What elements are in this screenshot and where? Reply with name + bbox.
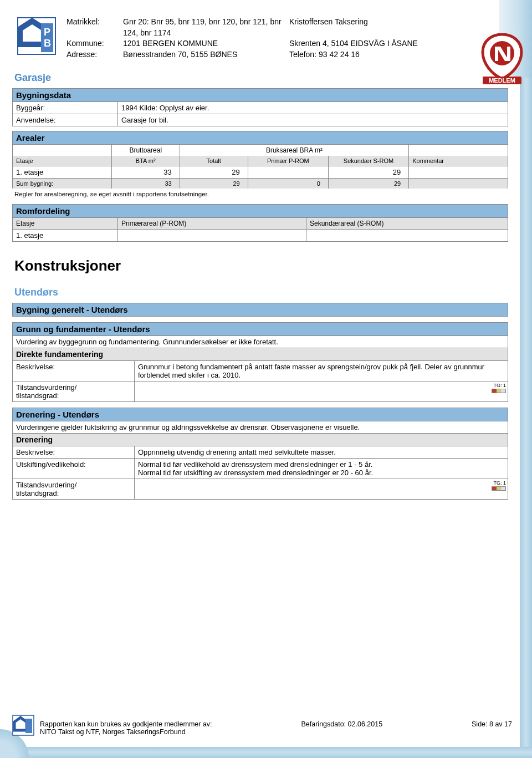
page-footer: Rapporten kan kun brukes av godkjente me… xyxy=(40,720,512,736)
grunn-tilstand-label: Tilstandsvurdering/ tilstandsgrad: xyxy=(13,381,135,402)
firm-addr: Skrenten 4, 5104 EIDSVÅG I ÅSANE xyxy=(289,38,444,49)
grunn-beskriv-label: Beskrivelse: xyxy=(13,361,135,381)
row-totalt: 29 xyxy=(180,166,248,179)
arealer-table: Arealer Bruttoareal Bruksareal BRA m² Et… xyxy=(12,131,508,189)
drenering-intro: Vurderingene gjelder fuktsikring av grun… xyxy=(13,421,508,434)
section-konstruksjoner-title: Konstruksjoner xyxy=(14,257,508,274)
kommune-label: Kommune: xyxy=(66,38,117,49)
bygning-generelt-table: Bygning generelt - Utendørs xyxy=(12,303,508,317)
col-bta: BTA m² xyxy=(111,156,180,166)
row-kommentar xyxy=(409,166,508,179)
drenering-table: Drenering - Utendørs Vurderingene gjelde… xyxy=(12,408,508,500)
matrikkel-label: Matrikkel: xyxy=(66,17,117,38)
table-row: Beskrivelse: Grunnmur i betong fundament… xyxy=(13,361,508,381)
romfordeling-table: Romfordeling Etasje Primærareal (P-ROM) … xyxy=(12,204,508,242)
kommune-value: 1201 BERGEN KOMMUNE xyxy=(123,38,284,49)
romfordeling-header: Romfordeling xyxy=(13,205,508,218)
sum-label: Sum bygning: xyxy=(13,179,112,189)
adresse-value: Bønesstranden 70, 5155 BØNES xyxy=(123,49,284,60)
table-row: Tilstandsvurdering/ tilstandsgrad: TG: 1 xyxy=(13,381,508,402)
rf-col-prom: Primærareal (P-ROM) xyxy=(118,218,306,230)
rf-col-srom: Sekundærareal (S-ROM) xyxy=(306,218,508,230)
tg-badge: TG: 1 xyxy=(492,480,506,491)
adresse-label: Adresse: xyxy=(66,49,117,60)
row-prom xyxy=(248,166,328,179)
svg-text:B: B xyxy=(44,38,51,49)
sum-srom: 29 xyxy=(328,179,408,189)
rf-row-prom xyxy=(118,230,306,242)
grunn-tilstand-value: TG: 1 xyxy=(135,381,508,402)
table-row: 1. etasje xyxy=(13,230,508,242)
anvendelse-label: Anvendelse: xyxy=(13,114,118,126)
rf-col-etasje: Etasje xyxy=(13,218,118,230)
document-header: P B Matrikkel: Gnr 20: Bnr 95, bnr 119, … xyxy=(12,17,508,60)
tg-badge: TG: 1 xyxy=(492,383,506,393)
svg-rect-8 xyxy=(25,719,32,733)
matrikkel-value: Gnr 20: Bnr 95, bnr 119, bnr 120, bnr 12… xyxy=(123,17,284,38)
rf-row-srom xyxy=(306,230,508,242)
anvendelse-value: Garasje for bil. xyxy=(118,114,508,126)
medlem-badge-icon: MEDLEM xyxy=(479,33,525,86)
grunn-fundamenter-table: Grunn og fundamenter - Utendørs Vurderin… xyxy=(12,322,508,402)
footer-mid: Befaringsdato: 02.06.2015 xyxy=(301,720,382,736)
sum-prom: 0 xyxy=(248,179,328,189)
col-kommentar: Kommentar xyxy=(409,156,508,166)
svg-text:P: P xyxy=(44,27,50,38)
dren-utskift-value: Normal tid før vedlikehold av drenssyste… xyxy=(135,459,508,479)
col-prom: Primær P-ROM xyxy=(248,156,328,166)
dren-beskriv-label: Beskrivelse: xyxy=(13,446,135,459)
drenering-sub: Drenering xyxy=(13,434,508,446)
dren-utskift-label: Utskifting/vedlikehold: xyxy=(13,459,135,479)
sum-kommentar xyxy=(409,179,508,189)
table-row: Anvendelse: Garasje for bil. xyxy=(13,114,508,126)
section-garasje-title: Garasje xyxy=(14,72,508,84)
footer-right: Side: 8 av 17 xyxy=(472,720,512,736)
rf-row-etasje: 1. etasje xyxy=(13,230,118,242)
grunn-intro: Vurdering av byggegrunn og fundamenterin… xyxy=(13,336,508,348)
arealer-note: Regler for arealberegning, se eget avsni… xyxy=(14,191,508,197)
bygningsdata-header: Bygningsdata xyxy=(13,89,508,102)
bygning-generelt-header: Bygning generelt - Utendørs xyxy=(13,303,508,317)
row-bta: 33 xyxy=(111,166,180,179)
table-row: Utskifting/vedlikehold: Normal tid før v… xyxy=(13,459,508,479)
frame-bottom xyxy=(0,747,532,758)
frame-right xyxy=(520,0,532,758)
arealer-header: Arealer xyxy=(13,131,508,145)
col-srom: Sekundær S-ROM xyxy=(328,156,408,166)
table-row: Beskrivelse: Opprinnelig utvendig drener… xyxy=(13,446,508,459)
byggeaar-label: Byggeår: xyxy=(13,102,118,114)
table-row-sum: Sum bygning: 33 29 0 29 xyxy=(13,179,508,189)
grunn-header: Grunn og fundamenter - Utendørs xyxy=(13,323,508,336)
section-utendors-title: Utendørs xyxy=(14,287,508,298)
table-row: Tilstandsvurdering/ tilstandsgrad: TG: 1 xyxy=(13,479,508,500)
col-etasje: Etasje xyxy=(13,156,112,166)
col-bruksareal: Bruksareal BRA m² xyxy=(180,145,408,156)
drenering-header: Drenering - Utendørs xyxy=(13,408,508,421)
table-row: Byggeår: 1994 Kilde: Opplyst av eier. xyxy=(13,102,508,114)
dren-tilstand-value: TG: 1 xyxy=(135,479,508,500)
footer-left: Rapporten kan kun brukes av godkjente me… xyxy=(40,720,212,736)
sum-bta: 33 xyxy=(111,179,180,189)
col-totalt: Totalt xyxy=(180,156,248,166)
logo-icon: P B xyxy=(17,17,57,55)
firm-tel: Telefon: 93 42 24 16 xyxy=(289,49,444,60)
firm-name: Kristoffersen Taksering xyxy=(289,17,444,38)
grunn-beskriv-value: Grunnmur i betong fundamentert på antatt… xyxy=(135,361,508,381)
table-row: 1. etasje 33 29 29 xyxy=(13,166,508,179)
grunn-sub: Direkte fundamentering xyxy=(13,348,508,361)
row-srom: 29 xyxy=(328,166,408,179)
bygningsdata-table: Bygningsdata Byggeår: 1994 Kilde: Opplys… xyxy=(12,88,508,126)
row-etasje: 1. etasje xyxy=(13,166,112,179)
byggeaar-value: 1994 Kilde: Opplyst av eier. xyxy=(118,102,508,114)
sum-totalt: 29 xyxy=(180,179,248,189)
svg-text:MEDLEM: MEDLEM xyxy=(489,77,515,84)
dren-beskriv-value: Opprinnelig utvendig drenering antatt me… xyxy=(135,446,508,459)
dren-tilstand-label: Tilstandsvurdering/ tilstandsgrad: xyxy=(13,479,135,500)
col-bruttoareal: Bruttoareal xyxy=(111,145,180,156)
footer-logo-icon xyxy=(12,715,34,736)
